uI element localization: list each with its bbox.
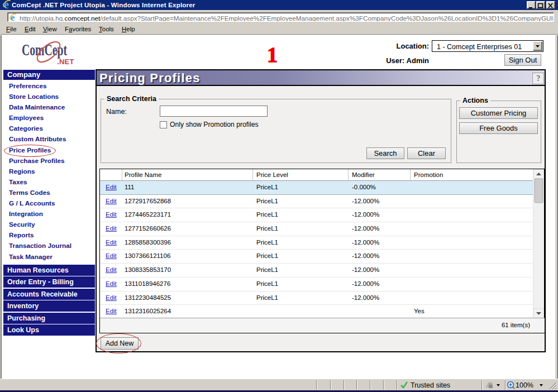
svg-text:.NET: .NET — [57, 58, 74, 66]
svg-text:ComCept: ComCept — [22, 41, 67, 59]
